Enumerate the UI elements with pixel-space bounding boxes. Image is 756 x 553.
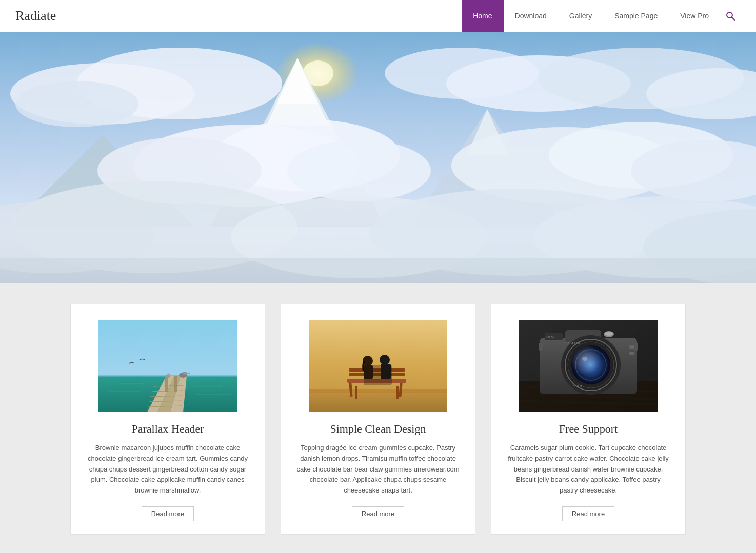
svg-point-21	[287, 140, 431, 201]
svg-rect-68	[364, 365, 392, 385]
nav-item-view-pro[interactable]: View Pro	[669, 0, 720, 32]
svg-rect-92	[629, 352, 634, 355]
nav-item-home[interactable]: Home	[462, 0, 503, 32]
svg-point-7	[15, 81, 138, 127]
card-clean-design: Simple Clean Design Topping dragée ice c…	[281, 304, 475, 535]
svg-text:FILM: FILM	[546, 335, 554, 339]
card-body-clean-design: Topping dragée ice cream gummies cupcake…	[296, 443, 460, 496]
card-image-free-support: FILM 1.2 1.	[507, 320, 670, 412]
hero-banner	[0, 32, 756, 283]
card-title-free-support: Free Support	[559, 422, 618, 436]
site-header: Radiate Home Download Gallery Sample Pag…	[0, 0, 756, 32]
svg-rect-44	[174, 376, 177, 392]
card-image-parallax	[86, 320, 249, 412]
nav-item-download[interactable]: Download	[504, 0, 558, 32]
card-parallax: Parallax Header Brownie macaroon jujubes…	[70, 304, 265, 535]
svg-point-77	[605, 332, 613, 336]
card-body-parallax: Brownie macaroon jujubes muffin chocolat…	[86, 443, 249, 496]
read-more-clean-design[interactable]: Read more	[352, 506, 404, 521]
svg-rect-94	[634, 343, 638, 351]
svg-rect-43	[165, 376, 168, 392]
nav-item-sample-page[interactable]: Sample Page	[603, 0, 669, 32]
svg-rect-59	[355, 386, 357, 399]
card-image-clean-design	[296, 320, 460, 412]
cards-grid: Parallax Header Brownie macaroon jujubes…	[70, 304, 686, 535]
search-icon[interactable]	[720, 6, 741, 26]
svg-rect-93	[539, 343, 543, 351]
svg-point-88	[582, 357, 587, 361]
svg-point-87	[571, 345, 610, 384]
card-body-free-support: Caramels sugar plum cookie. Tart cupcake…	[507, 443, 670, 496]
svg-rect-60	[396, 386, 399, 399]
svg-point-66	[380, 355, 390, 365]
svg-line-1	[732, 17, 735, 21]
nav-item-gallery[interactable]: Gallery	[558, 0, 603, 32]
svg-rect-55	[309, 392, 447, 412]
card-free-support: FILM 1.2 1.	[491, 304, 686, 535]
svg-text:5.6  8  11: 5.6 8 11	[573, 385, 582, 388]
main-nav: Home Download Gallery Sample Page View P…	[462, 0, 741, 32]
svg-rect-91	[629, 345, 634, 349]
read-more-free-support[interactable]: Read more	[562, 506, 614, 521]
cards-section: Parallax Header Brownie macaroon jujubes…	[0, 283, 756, 553]
svg-rect-47	[185, 373, 190, 374]
svg-point-49	[167, 374, 170, 376]
card-title-clean-design: Simple Clean Design	[330, 422, 426, 436]
svg-rect-56	[309, 389, 447, 393]
svg-text:1.2  1.4  2  2.8: 1.2 1.4 2 2.8	[565, 342, 580, 345]
site-title: Radiate	[15, 8, 56, 24]
card-title-parallax: Parallax Header	[131, 422, 204, 436]
read-more-parallax[interactable]: Read more	[142, 506, 194, 521]
svg-rect-31	[0, 258, 756, 283]
